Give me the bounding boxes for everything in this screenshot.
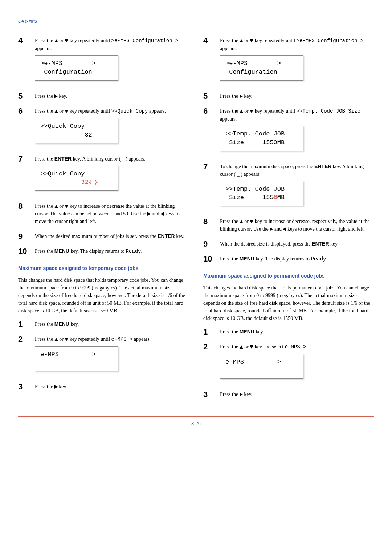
step-2: 2 Press the or key repeatedly until e-MP…	[18, 335, 189, 377]
down-triangle-icon	[250, 110, 253, 113]
two-columns: 4 Press the or key repeatedly until >e-M…	[18, 37, 374, 405]
step-9: 9 When the desired maximum number of job…	[18, 232, 189, 242]
step-text: Press the key.	[220, 92, 374, 100]
step-6: 6 Press the or key repeatedly until >>Te…	[203, 107, 374, 157]
step-number: 1	[203, 328, 213, 336]
lcd-display: e-MPS >	[220, 354, 303, 379]
sub-heading-perm: Maximum space assigned to permanent code…	[203, 272, 374, 280]
down-triangle-icon	[65, 39, 68, 42]
step-8: 8 Press the or key to increase or decrea…	[18, 202, 189, 227]
left-column: 4 Press the or key repeatedly until >e-M…	[18, 37, 189, 405]
step-text: Press the MENU key.	[35, 320, 189, 328]
step-number: 5	[18, 92, 28, 100]
step-number: 4	[18, 37, 28, 45]
up-triangle-icon	[54, 39, 58, 42]
up-triangle-icon	[240, 345, 243, 349]
down-triangle-icon	[65, 338, 68, 341]
step-3: 3 Press the key.	[203, 390, 374, 400]
step-4: 4 Press the or key repeatedly until >e-M…	[18, 37, 189, 86]
step-5: 5 Press the key.	[203, 92, 374, 101]
up-triangle-icon	[54, 205, 58, 208]
blinking-cursor: 32▴ ▴◂ ▸▾ ▾	[81, 178, 98, 187]
step-10: 10 Press the MENU key. The display retur…	[18, 247, 189, 257]
step-number: 10	[18, 247, 28, 255]
step-text: Press the or key to increase or decrease…	[35, 202, 189, 225]
sub-heading-temp: Maximum space assigned to temporary code…	[18, 265, 189, 272]
down-triangle-icon	[65, 205, 68, 208]
step-number: 3	[18, 383, 28, 391]
right-column: 4 Press the or key repeatedly until >e-M…	[203, 37, 374, 405]
step-7: 7 To change the maximum disk space, pres…	[203, 163, 374, 212]
step-number: 7	[203, 163, 213, 171]
left-triangle-icon	[160, 212, 164, 216]
lcd-display: >>Temp. Code JOB Size 1550MB	[220, 126, 303, 151]
right-triangle-icon	[54, 385, 58, 389]
step-number: 9	[203, 240, 213, 248]
step-number: 6	[18, 107, 28, 115]
cursor-arrows-icon: ▴ ▴◂ ▸▾ ▾	[89, 180, 98, 185]
step-text: Press the MENU key. The display returns …	[35, 247, 189, 255]
step-text: Press the or key repeatedly until >>Temp…	[220, 107, 374, 123]
step-8: 8 Press the or key to increase or decrea…	[203, 218, 374, 234]
step-text: Press the or key and select e-MPS >.	[220, 343, 374, 351]
step-1: 1 Press the MENU key.	[203, 328, 374, 337]
step-number: 1	[18, 320, 28, 328]
step-text: When the desired size is displayed, pres…	[220, 240, 374, 248]
step-text: Press the or key repeatedly until e-MPS …	[35, 335, 189, 343]
up-triangle-icon	[54, 338, 58, 341]
down-triangle-icon	[250, 220, 253, 223]
lcd-display: >>Quick Copy 32▴ ▴◂ ▸▾ ▾	[35, 166, 118, 191]
step-number: 9	[18, 232, 28, 240]
step-10: 10 Press the MENU key. The display retur…	[203, 255, 374, 264]
step-text: Press the key.	[220, 390, 374, 398]
step-6: 6 Press the or key repeatedly until >>Qu…	[18, 107, 189, 149]
step-number: 8	[18, 202, 28, 210]
section-label: 3.4 e-MPS	[18, 19, 374, 24]
right-triangle-icon	[240, 393, 243, 396]
lcd-display: >>Quick Copy 32	[35, 118, 118, 143]
paragraph: This changes the hard disk space that ho…	[18, 276, 189, 315]
step-number: 5	[203, 92, 213, 100]
lcd-display: e-MPS >	[35, 346, 118, 372]
step-text: Press the key.	[35, 92, 189, 100]
lcd-display: >e-MPS > Configuration	[220, 55, 303, 81]
step-text: Press the or key repeatedly until >e-MPS…	[220, 37, 374, 52]
header-rule	[18, 15, 374, 15]
right-triangle-icon	[54, 94, 58, 98]
step-2: 2 Press the or key and select e-MPS >. e…	[203, 343, 374, 385]
step-9: 9 When the desired size is displayed, pr…	[203, 240, 374, 249]
step-text: Press the MENU key. The display returns …	[220, 255, 374, 263]
step-text: Press the ENTER key. A blinking cursor (…	[35, 155, 189, 163]
step-1: 1 Press the MENU key.	[18, 320, 189, 329]
right-triangle-icon	[147, 212, 151, 216]
step-text: Press the or key to increase or decrease…	[220, 218, 374, 233]
step-7: 7 Press the ENTER key. A blinking cursor…	[18, 155, 189, 197]
right-triangle-icon	[270, 227, 273, 231]
down-triangle-icon	[250, 345, 253, 349]
up-triangle-icon	[240, 110, 243, 113]
step-text: When the desired maximum number of jobs …	[35, 232, 189, 240]
step-4: 4 Press the or key repeatedly until >e-M…	[203, 37, 374, 86]
step-number: 8	[203, 218, 213, 226]
step-text: Press the or key repeatedly until >>Quic…	[35, 107, 189, 115]
step-5: 5 Press the key.	[18, 92, 189, 101]
up-triangle-icon	[240, 39, 243, 42]
down-triangle-icon	[65, 110, 68, 113]
step-text: Press the key.	[35, 383, 189, 390]
paragraph: This changes the hard disk space that ho…	[203, 284, 374, 322]
footer-rule	[18, 416, 374, 417]
step-text: Press the or key repeatedly until >e-MPS…	[35, 37, 189, 52]
step-text: To change the maximum disk space, press …	[220, 163, 374, 178]
step-number: 2	[18, 335, 28, 343]
blinking-cursor: 0	[274, 193, 277, 202]
step-number: 3	[203, 390, 213, 398]
right-triangle-icon	[240, 94, 243, 98]
lcd-display: >>Temp. Code JOB Size 1550MB▴◂ ▸▾	[220, 181, 303, 206]
step-3: 3 Press the key.	[18, 383, 189, 392]
down-triangle-icon	[250, 39, 253, 42]
step-number: 6	[203, 107, 213, 115]
up-triangle-icon	[54, 110, 58, 113]
step-number: 2	[203, 343, 213, 351]
up-triangle-icon	[240, 220, 243, 223]
step-text: Press the MENU key.	[220, 328, 374, 336]
